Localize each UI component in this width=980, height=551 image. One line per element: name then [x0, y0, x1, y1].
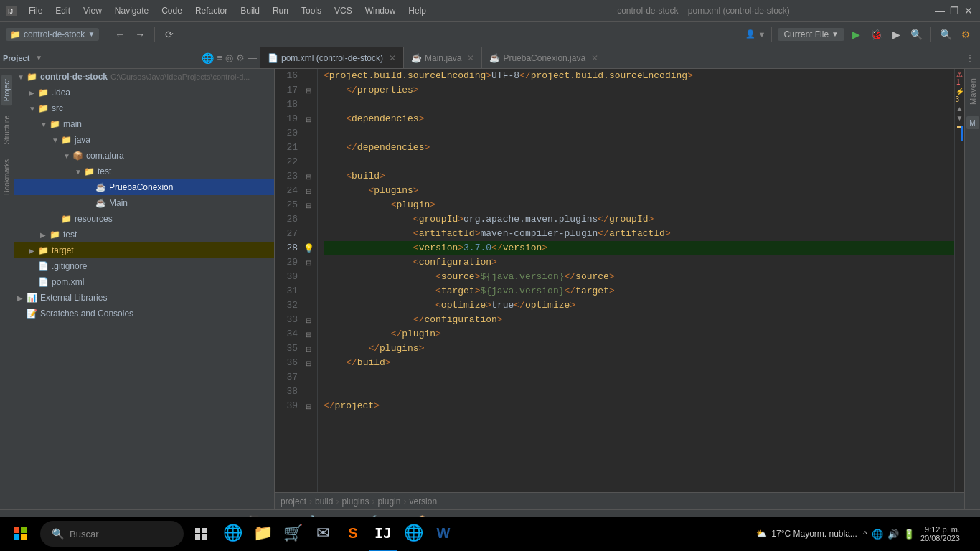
menu-file[interactable]: File: [23, 4, 48, 17]
profiler-button[interactable]: 🔍: [908, 26, 925, 43]
project-selector[interactable]: 📁 control-de-stock ▼: [6, 28, 99, 41]
bc-version[interactable]: version: [409, 496, 437, 507]
tree-resources[interactable]: 📁 resources: [14, 211, 274, 227]
debug-button[interactable]: 🐞: [867, 26, 885, 43]
menu-view[interactable]: View: [77, 4, 108, 17]
run-config-selector[interactable]: Current File ▼: [778, 28, 844, 41]
forward-button[interactable]: →: [131, 26, 149, 43]
start-button[interactable]: [3, 517, 37, 551]
taskbar-intellij[interactable]: IJ: [369, 517, 397, 551]
menu-navigate[interactable]: Navigate: [109, 4, 154, 17]
bc-plugin[interactable]: plugin: [377, 496, 400, 507]
tree-src-test[interactable]: ▶ 📁 test: [14, 227, 274, 242]
tree-java-label: java: [75, 135, 90, 145]
tree-root[interactable]: ▼ 📁 control-de-stock C:\Cursos\Java\Idea…: [14, 69, 274, 85]
gutter-fold-39[interactable]: ⊟: [303, 399, 314, 413]
menu-refactor[interactable]: Refactor: [189, 4, 233, 17]
bookmarks-side-tab[interactable]: Bookmarks: [1, 155, 12, 199]
menu-edit[interactable]: Edit: [50, 4, 76, 17]
tree-external-libs[interactable]: ▶ 📊 External Libraries: [14, 290, 274, 306]
search-box[interactable]: 🔍 Buscar: [40, 521, 184, 547]
menu-vcs[interactable]: VCS: [329, 4, 358, 17]
taskbar-store[interactable]: 🛒: [278, 517, 307, 551]
arrow-target: ▶: [29, 247, 37, 255]
taskbar-edge[interactable]: 🌐: [218, 517, 247, 551]
weather[interactable]: ⛅ 17°C Mayorm. nubla...: [756, 529, 857, 539]
project-tab-arrow[interactable]: ▼: [35, 54, 42, 62]
maximize-button[interactable]: ❐: [948, 5, 960, 17]
project-tab[interactable]: Project: [3, 54, 29, 62]
menu-run[interactable]: Run: [267, 4, 294, 17]
project-side-tab[interactable]: Project: [1, 75, 12, 105]
tree-pom[interactable]: 📄 pom.xml: [14, 274, 274, 290]
back-button[interactable]: ←: [111, 26, 128, 43]
gutter-warning-28[interactable]: 💡: [303, 241, 314, 255]
close-panel-button[interactable]: —: [248, 52, 257, 63]
gutter-fold-34[interactable]: ⊟: [303, 327, 314, 342]
taskbar-mail[interactable]: ✉: [308, 517, 337, 551]
structure-side-tab[interactable]: Structure: [1, 111, 12, 149]
tree-main-java[interactable]: ☕ Main: [14, 195, 274, 211]
gutter-fold-36[interactable]: ⊟: [303, 356, 314, 370]
menu-code[interactable]: Code: [156, 4, 188, 17]
code-content[interactable]: <project.build.sourceEncoding>UTF-8</pro…: [318, 69, 954, 492]
nav-up-button[interactable]: ▲: [956, 105, 963, 113]
task-view-button[interactable]: [187, 517, 215, 551]
gutter-fold-24[interactable]: ⊟: [303, 184, 314, 198]
tree-com-alura[interactable]: ▼ 📦 com.alura: [14, 148, 274, 164]
tree-main-folder[interactable]: ▼ 📁 main: [14, 116, 274, 132]
tab-close-prueba[interactable]: ✕: [591, 53, 598, 63]
gutter-fold-17[interactable]: ⊟: [303, 83, 314, 98]
search-everywhere-button[interactable]: 🔍: [937, 26, 954, 43]
nav-down-button[interactable]: ▼: [956, 114, 963, 122]
tree-prueba-conexion[interactable]: ☕ PruebaConexion: [14, 179, 274, 195]
taskbar-word[interactable]: W: [429, 517, 458, 551]
close-button[interactable]: ✕: [963, 5, 974, 17]
tab-close-main[interactable]: ✕: [467, 53, 474, 63]
tree-idea[interactable]: ▶ 📁 .idea: [14, 85, 274, 100]
taskbar-sublime[interactable]: S: [339, 517, 367, 551]
more-tabs-button[interactable]: ⋮: [960, 53, 980, 63]
menu-build[interactable]: Build: [235, 4, 265, 17]
run-coverage-button[interactable]: ▶: [887, 26, 905, 43]
gutter-fold-23[interactable]: ⊟: [303, 169, 314, 184]
tree-test-folder[interactable]: ▼ 📁 test: [14, 164, 274, 179]
tree-scratches[interactable]: 📝 Scratches and Consoles: [14, 306, 274, 321]
add-content-root-button[interactable]: 🌐: [202, 52, 214, 64]
settings-button[interactable]: ⚙: [957, 26, 974, 43]
tree-src[interactable]: ▼ 📁 src: [14, 100, 274, 116]
gutter-fold-19[interactable]: ⊟: [303, 112, 314, 126]
gutter-fold-35[interactable]: ⊟: [303, 342, 314, 356]
tree-gitignore[interactable]: 📄 .gitignore: [14, 258, 274, 274]
show-desktop-button[interactable]: [966, 517, 971, 551]
bc-build[interactable]: build: [315, 496, 333, 507]
maven-tab[interactable]: Maven: [967, 72, 979, 110]
toolbar-separator-2: [154, 27, 155, 42]
run-button[interactable]: ▶: [847, 26, 864, 43]
tab-main[interactable]: ☕ Main.java ✕: [404, 47, 482, 68]
bc-project[interactable]: project: [281, 496, 306, 507]
gutter-fold-25[interactable]: ⊟: [303, 198, 314, 212]
tab-close-pom[interactable]: ✕: [389, 53, 396, 63]
menu-tools[interactable]: Tools: [296, 4, 327, 17]
taskbar-chrome[interactable]: 🌐: [399, 517, 428, 551]
tray-arrow[interactable]: ^: [863, 529, 867, 540]
tree-target[interactable]: ▶ 📁 target: [14, 242, 274, 258]
gutter-fold-33[interactable]: ⊟: [303, 313, 314, 327]
clock[interactable]: 9:12 p. m. 20/08/2023: [920, 525, 960, 542]
sync-button[interactable]: ⟳: [161, 26, 178, 43]
taskbar-explorer[interactable]: 📁: [248, 517, 277, 551]
collapse-all-button[interactable]: ≡: [217, 52, 222, 63]
network-icon[interactable]: 🌐: [872, 529, 883, 540]
volume-icon[interactable]: 🔊: [887, 529, 899, 540]
menu-window[interactable]: Window: [359, 4, 402, 17]
gutter-fold-29[interactable]: ⊟: [303, 255, 314, 270]
menu-help[interactable]: Help: [402, 4, 432, 17]
tab-pom[interactable]: 📄 pom.xml (control-de-stock) ✕: [260, 47, 404, 68]
tree-java[interactable]: ▼ 📁 java: [14, 132, 274, 148]
minimize-button[interactable]: —: [934, 5, 946, 17]
bc-plugins[interactable]: plugins: [341, 496, 369, 507]
locate-file-button[interactable]: ◎: [225, 52, 233, 63]
tab-prueba[interactable]: ☕ PruebaConexion.java ✕: [482, 47, 606, 68]
settings-panel-button[interactable]: ⚙: [236, 52, 245, 63]
